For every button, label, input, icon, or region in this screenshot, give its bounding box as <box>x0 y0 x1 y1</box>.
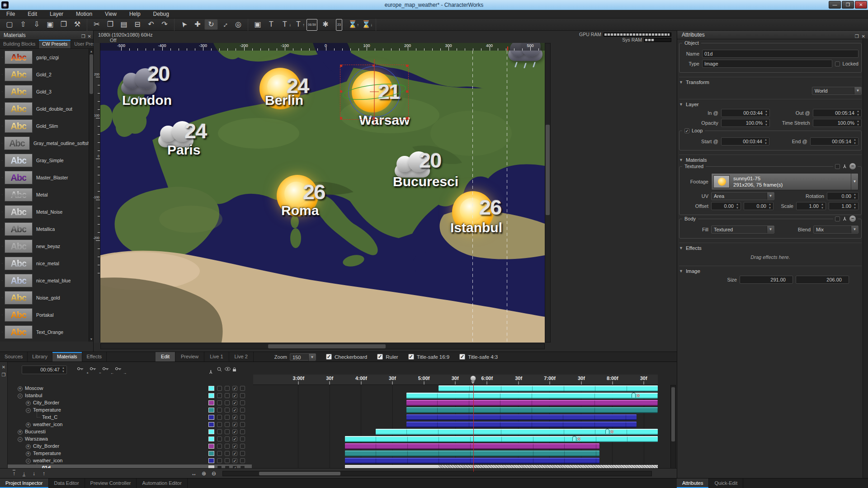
material-item-portakal[interactable]: ◦AbcPortakal <box>0 306 89 324</box>
maximize-button[interactable]: ❐ <box>842 1 854 9</box>
material-item-gray-metal-outline-softsh[interactable]: ◦AbcGray_metal_outline_softsh... <box>0 135 89 152</box>
clock-rays-icon[interactable]: ✱ <box>319 19 332 30</box>
visible-checkbox[interactable]: ✓ <box>232 444 237 449</box>
material-item-master-blaster[interactable]: ◦AbcMaster_Blaster <box>0 169 89 186</box>
track-color-swatch[interactable] <box>208 451 214 456</box>
duplicate-image-icon[interactable]: ❐ <box>57 19 71 30</box>
current-time-field[interactable]: 00:05:47▲▼ <box>22 366 67 374</box>
lock-checkbox[interactable] <box>240 444 245 449</box>
solo-checkbox[interactable] <box>217 444 222 449</box>
uv-rotation-field[interactable]: 0.00▲▼ <box>827 192 859 200</box>
viewport-horizontal-scrollbar[interactable] <box>100 343 545 349</box>
calendar-icon[interactable]: 23 <box>332 19 346 30</box>
lock-icon[interactable] <box>232 367 236 372</box>
mute-checkbox[interactable] <box>225 451 230 456</box>
offset-y-field[interactable]: 0.00▲▼ <box>744 202 774 210</box>
offset-x-field[interactable]: 0.00▲▼ <box>711 202 741 210</box>
visible-checkbox[interactable]: ✓ <box>232 400 237 405</box>
timeline-bar[interactable] <box>406 407 658 413</box>
solo-checkbox[interactable] <box>217 451 222 456</box>
material-item-metal-noise[interactable]: ◦AbcMetal_Noise <box>0 203 89 221</box>
fit-width-icon[interactable]: ↔ <box>189 470 199 477</box>
move-bottom-icon[interactable]: ↓ <box>19 470 29 477</box>
close-button[interactable]: ✕ <box>855 1 867 9</box>
menu-view[interactable]: View <box>99 10 123 19</box>
timeline-bar[interactable] <box>345 436 658 442</box>
zoom-in-icon[interactable]: ⊕ <box>199 470 209 477</box>
hourglass-up-icon[interactable]: ⌛↑ <box>346 19 359 30</box>
solo-checkbox[interactable] <box>217 458 222 463</box>
uv-select[interactable]: Area▼ <box>711 192 774 200</box>
layer-section-header[interactable]: ▼ Layer <box>679 99 862 107</box>
next-key-icon[interactable]: → <box>115 366 126 374</box>
move-top-icon[interactable]: ↑ <box>9 470 19 477</box>
timeline-bar[interactable] <box>406 400 658 406</box>
spinner[interactable]: ▲▼ <box>852 202 858 210</box>
timeline-bar[interactable] <box>345 443 599 449</box>
materials-scrollbar[interactable]: ▲ ▼ <box>89 49 93 342</box>
track-row-istanbul[interactable]: -Istanbul✓ <box>8 392 670 399</box>
material-item-gold-2[interactable]: ◦AbcGold_2 <box>0 66 89 83</box>
track-lane[interactable] <box>253 436 658 443</box>
track-lane[interactable] <box>253 428 658 436</box>
transform-space-select[interactable]: World▼ <box>812 87 862 95</box>
collapse-arrow-icon[interactable]: ▼ <box>679 246 683 250</box>
track-row-text-c[interactable]: Text_C✓ <box>8 414 670 421</box>
track-lane[interactable] <box>253 385 658 392</box>
material-item-metallica[interactable]: ◦AbcMetallica <box>0 221 89 238</box>
float-panel-icon[interactable]: ❐ <box>81 32 85 41</box>
visible-checkbox[interactable]: ✓ <box>232 436 237 441</box>
mute-checkbox[interactable] <box>225 400 230 405</box>
track-lane[interactable] <box>253 421 658 428</box>
minimize-button[interactable]: — <box>829 1 841 9</box>
scrollbar-thumb[interactable] <box>259 472 340 475</box>
scale-tool-icon[interactable]: ↔ <box>218 19 231 30</box>
spinner[interactable]: ▲▼ <box>852 192 858 200</box>
tab-quick-edit[interactable]: Quick-Edit <box>709 479 743 488</box>
lock-checkbox[interactable] <box>240 400 245 405</box>
lock-checkbox[interactable] <box>240 429 245 434</box>
scroll-down-icon[interactable]: ▼ <box>89 337 94 342</box>
tab-materials[interactable]: Materials <box>52 352 82 361</box>
uv-scale-y-field[interactable]: 1.00▲▼ <box>829 202 859 210</box>
anchor-tool-icon[interactable]: ◎ <box>231 19 245 30</box>
map-canvas[interactable]: -500-400-300-200-1000100200300400500 20L… <box>100 43 545 343</box>
blend-select[interactable]: Mix▼ <box>813 225 859 234</box>
menu-layer[interactable]: Layer <box>43 10 70 19</box>
collapse-icon[interactable]: - <box>26 408 31 413</box>
close-panel-icon[interactable]: ✕ <box>0 365 7 370</box>
spinner[interactable]: ▲▼ <box>820 202 825 210</box>
timeline-horizontal-scrollbar[interactable] <box>222 471 652 476</box>
redo-icon[interactable]: ↷ <box>158 19 171 30</box>
branch-icon[interactable]: Y <box>209 367 212 375</box>
opacity-field[interactable]: 100.0%▲▼ <box>721 119 770 127</box>
material-item-gold-double-out[interactable]: ◦AbcGold_double_out <box>0 100 89 117</box>
track-row-city-border[interactable]: +City_Border✓ <box>8 443 670 450</box>
track-lane[interactable] <box>253 392 658 399</box>
track-row-city-border[interactable]: +City_Border✓ <box>8 399 670 407</box>
solo-checkbox[interactable] <box>217 429 222 434</box>
track-color-swatch[interactable] <box>208 422 214 427</box>
copy-icon[interactable]: ❐ <box>104 19 117 30</box>
material-item-gray-simple[interactable]: ◦AbcGray_Simple <box>0 152 89 169</box>
remove-body-button[interactable]: − <box>849 216 856 222</box>
uv-scale-x-field[interactable]: 1.00▲▼ <box>796 202 826 210</box>
select-tool-icon[interactable]: ➤ <box>177 19 191 30</box>
menu-motion[interactable]: Motion <box>70 10 99 19</box>
solo-checkbox[interactable] <box>217 400 222 405</box>
track-color-swatch[interactable] <box>208 408 214 413</box>
material-item-nice-metal[interactable]: ◦Abcnice_metal <box>0 255 89 272</box>
track-color-swatch[interactable] <box>208 458 214 463</box>
lock-checkbox[interactable] <box>240 422 245 427</box>
eye-icon[interactable] <box>225 367 231 371</box>
spinner[interactable]: ▲▼ <box>764 109 769 117</box>
tab-attributes[interactable]: Attributes <box>677 479 709 488</box>
tab-sources[interactable]: Sources <box>0 352 28 361</box>
material-item-garip-cizgi[interactable]: ◦Abcgarip_cizgi <box>0 49 89 66</box>
visible-checkbox[interactable]: ✓ <box>232 408 237 413</box>
hourglass-down-icon[interactable]: ⌛↓ <box>359 19 373 30</box>
track-color-swatch[interactable] <box>208 429 214 434</box>
place-image-icon[interactable]: ▣ <box>43 19 57 30</box>
branch-icon[interactable]: Y <box>843 164 846 169</box>
checkbox-ruler[interactable]: ✓ <box>377 354 383 360</box>
